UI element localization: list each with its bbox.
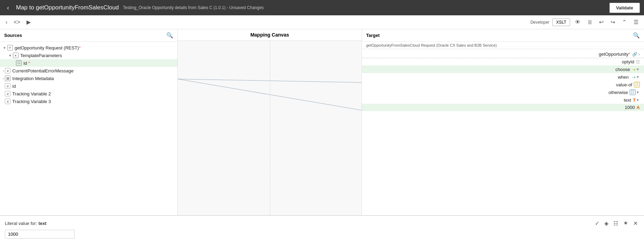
arrow-icon-t3: ⇢ [632, 67, 636, 72]
target-label-t4: when [618, 75, 630, 80]
bottom-panel: Literal value for: text ✓ ◈ ☷ ✶ ✕ [0, 215, 644, 250]
target-title: Target [366, 33, 380, 38]
target-item-t4[interactable]: when ⇢ ▾ [362, 73, 644, 81]
grid-icon-t2: ☷ [636, 60, 640, 64]
expand-icon-s5[interactable]: › [3, 77, 4, 80]
toolbar-right: Developer XSLT 👁 ≣ ↩ ↪ ⌃ ☰ [530, 17, 641, 27]
type-icon-s6: x [5, 83, 10, 89]
sources-search-button[interactable]: 🔍 [166, 32, 173, 39]
grid-view-button[interactable]: ☷ [612, 219, 620, 227]
target-label-t7: text [624, 97, 631, 103]
target-header: Target 🔍 [362, 29, 644, 42]
target-subtitle: getOpportunityFromSalesCloud Request (Or… [362, 42, 644, 49]
chevron-t1: › [638, 52, 640, 57]
panel-button[interactable]: ☰ [631, 17, 641, 27]
type-icon-s8: x [5, 99, 10, 104]
undo-button[interactable]: ↩ [597, 17, 606, 27]
tree-item-s2[interactable]: ▼ ■ TemplateParameters [0, 52, 177, 59]
bottom-input-row [5, 230, 639, 239]
arrow-green-icon-t4: ⇢ [632, 75, 636, 80]
developer-label: Developer [530, 20, 550, 25]
run-button[interactable]: ▶ [24, 17, 33, 27]
expand-icon-s1[interactable]: ▼ [3, 46, 6, 50]
main-layout: Sources 🔍 ▼ ⟳ getOpportunity Request (RE… [0, 29, 644, 215]
sources-tree: ▼ ⟳ getOpportunity Request (REST)* ▼ ■ T… [0, 42, 177, 215]
tree-label-s8: Tracking Variable 3 [12, 99, 51, 104]
type-icon-s7: x [5, 91, 10, 96]
sources-panel: Sources 🔍 ▼ ⟳ getOpportunity Request (RE… [0, 29, 178, 215]
close-button[interactable]: ✕ [632, 219, 639, 227]
page-subtitle: Testing_Oracle Opportunity details from … [123, 5, 605, 10]
confirm-button[interactable]: ✓ [593, 219, 601, 227]
bottom-panel-header: Literal value for: text ✓ ◈ ☷ ✶ ✕ [5, 219, 639, 228]
app-header: ‹ Map to getOpportunityFromSalesCloud Te… [0, 0, 644, 15]
tree-label-s7: Tracking Variable 2 [12, 91, 51, 96]
type-icon-s2: ■ [13, 53, 18, 58]
tree-label-s2: TemplateParameters [20, 53, 62, 58]
dropdown-btn-t6[interactable]: ▾ [636, 89, 640, 95]
expand-button[interactable]: ⌃ [620, 17, 629, 27]
type-icon-s1: ⟳ [7, 45, 13, 50]
target-label-t6: otherwise [608, 90, 628, 95]
target-search-button[interactable]: 🔍 [633, 32, 640, 39]
target-tree: getOpportunity* 🔗 › optyId ☷ choose ⇢ ▾ … [362, 49, 644, 215]
canvas-title: Mapping Canvas [178, 29, 362, 41]
tree-label-s3: id * [23, 61, 30, 66]
redo-button[interactable]: ↪ [608, 17, 617, 27]
target-item-t2[interactable]: optyId ☷ [362, 58, 644, 65]
tree-item-s3[interactable]: › ☐ id * [0, 59, 177, 67]
filter-button[interactable]: ≣ [585, 17, 594, 27]
type-icon-s4: x [5, 68, 10, 73]
toolbar: ‹ <> ▶ Developer XSLT 👁 ≣ ↩ ↪ ⌃ ☰ [0, 15, 644, 29]
type-icon-s3: ☐ [16, 60, 22, 66]
dropdown-btn-t3[interactable]: ▾ [636, 67, 640, 72]
xslt-button[interactable]: XSLT [552, 18, 570, 26]
canvas-body [178, 41, 362, 215]
code-view-button[interactable]: <> [12, 18, 22, 27]
tree-label-s4: CurrentPotentialErrorMessage [12, 68, 74, 73]
validate-button[interactable]: Validate [609, 3, 640, 13]
tree-item-s8[interactable]: › x Tracking Variable 3 [0, 97, 177, 105]
sources-title: Sources [4, 33, 22, 38]
target-label-t5: value-of [616, 82, 632, 87]
A-icon-t8: A [637, 105, 640, 110]
expand-icon-s4[interactable]: › [3, 69, 4, 73]
tree-label-s1: getOpportunity Request (REST)* [15, 45, 81, 50]
target-item-t1[interactable]: getOpportunity* 🔗 › [362, 50, 644, 58]
target-label-t3: choose [615, 67, 630, 72]
dropdown-btn-t4[interactable]: ▾ [636, 74, 640, 80]
literal-value-label: Literal value for: text [5, 221, 46, 226]
tree-label-s6: id [12, 84, 16, 89]
tree-item-s4[interactable]: › x CurrentPotentialErrorMessage [0, 67, 177, 75]
eye-button[interactable]: 👁 [573, 18, 583, 27]
target-panel: Target 🔍 getOpportunityFromSalesCloud Re… [362, 29, 644, 215]
back-button[interactable]: ‹ [4, 3, 12, 13]
canvas-divider [270, 41, 270, 215]
literal-value-input[interactable] [5, 230, 75, 239]
grid-y-icon-t5: ☷ [634, 82, 640, 87]
target-item-t7[interactable]: text T ▾ [362, 96, 644, 104]
target-label-t1: getOpportunity* [599, 52, 630, 57]
canvas-panel: Mapping Canvas [178, 29, 362, 215]
target-item-t6[interactable]: otherwise ☷ ▾ [362, 88, 644, 96]
bottom-panel-actions: ✓ ◈ ☷ ✶ ✕ [593, 219, 639, 228]
target-item-t5[interactable]: value-of ☷ [362, 81, 644, 88]
target-label-t2: optyId [622, 59, 634, 64]
expand-icon-s2[interactable]: ▼ [8, 54, 12, 57]
page-title: Map to getOpportunityFromSalesCloud [16, 4, 119, 11]
dropdown-btn-t7[interactable]: ▾ [636, 97, 640, 103]
target-label-t8: 1000 [625, 105, 635, 110]
back-nav-button[interactable]: ‹ [3, 18, 9, 27]
tree-label-s5: Integration Metadata [12, 76, 54, 81]
tree-item-s1[interactable]: ▼ ⟳ getOpportunity Request (REST)* [0, 44, 177, 52]
magic-button[interactable]: ✶ [622, 219, 630, 228]
target-item-t3[interactable]: choose ⇢ ▾ [362, 65, 644, 73]
diamond-button[interactable]: ◈ [603, 219, 610, 227]
sources-header: Sources 🔍 [0, 29, 177, 42]
target-item-t8[interactable]: 1000 A [362, 104, 644, 111]
tree-item-s6[interactable]: › x id [0, 82, 177, 90]
tree-item-s5[interactable]: › ▤ Integration Metadata [0, 75, 177, 82]
tree-item-s7[interactable]: › x Tracking Variable 2 [0, 90, 177, 97]
grid-b-icon-t6: ☷ [630, 89, 636, 95]
T-icon-t7: T [633, 97, 636, 103]
